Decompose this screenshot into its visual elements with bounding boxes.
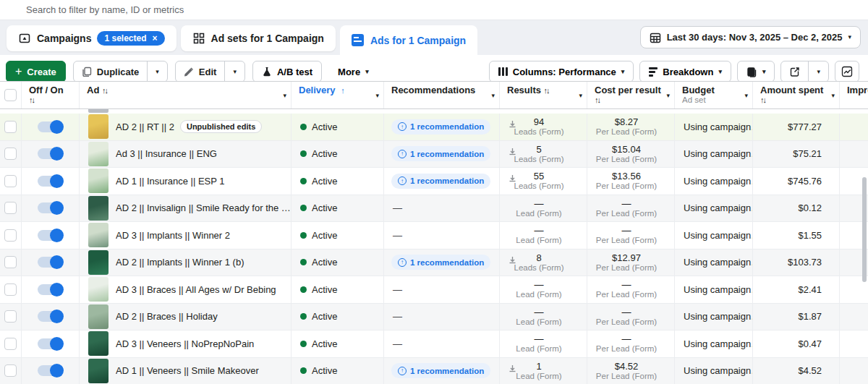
create-button[interactable]: + Create — [6, 61, 66, 82]
ad-name[interactable]: AD 2 || Braces || Holiday — [116, 311, 218, 322]
ad-cell[interactable]: AD 2 || Invisalign || Smile Ready for th… — [80, 195, 292, 222]
edit-button[interactable]: Edit — [176, 61, 225, 82]
row-checkbox[interactable] — [4, 283, 17, 296]
recommendation-pill[interactable]: ↑ 1 recommendation — [391, 363, 490, 378]
edit-menu-button[interactable]: ▾ — [224, 61, 244, 82]
tab-campaigns[interactable]: Campaigns 1 selected × — [7, 25, 176, 51]
recommendation-pill[interactable]: ↑ 1 recommendation — [391, 119, 490, 135]
header-recommendations[interactable]: Recommendations ▾ — [384, 82, 500, 108]
header-budget[interactable]: Budget Ad set ▾ — [675, 82, 753, 108]
off-on-toggle[interactable] — [38, 202, 63, 213]
header-ad[interactable]: Ad ↑↓ ▾ — [80, 82, 292, 108]
ad-name[interactable]: AD 1 || Insurance || ESP 1 — [116, 176, 225, 187]
ad-thumbnail[interactable] — [88, 223, 109, 247]
off-on-toggle[interactable] — [38, 338, 63, 349]
chevron-down-icon[interactable]: ▾ — [491, 92, 495, 99]
row-checkbox[interactable] — [4, 148, 17, 160]
row-checkbox[interactable] — [4, 121, 17, 133]
row-checkbox[interactable] — [4, 310, 17, 323]
tab-ad-sets[interactable]: Ad sets for 1 Campaign — [181, 25, 336, 51]
chevron-down-icon[interactable]: ▾ — [579, 92, 582, 99]
ad-thumbnail[interactable] — [88, 114, 109, 139]
row-checkbox[interactable] — [4, 256, 17, 268]
tab-ads[interactable]: Ads for 1 Campaign — [340, 25, 477, 55]
duplicate-menu-button[interactable]: ▾ — [147, 61, 167, 82]
ad-thumbnail[interactable] — [88, 196, 109, 221]
ad-cell[interactable]: AD 2 || Implants || Winner 1 (b) — [80, 249, 292, 276]
select-all-checkbox[interactable] — [4, 89, 17, 101]
header-results[interactable]: Results ↑↓ ▾ — [500, 82, 587, 108]
off-on-toggle[interactable] — [38, 230, 63, 241]
download-icon[interactable] — [509, 119, 516, 130]
charts-button[interactable] — [835, 61, 859, 82]
chevron-down-icon[interactable]: ▾ — [666, 92, 670, 99]
breakdown-button[interactable]: Breakdown ▾ — [639, 61, 731, 82]
ad-name[interactable]: AD 3 || Implants || Winner 2 — [116, 230, 230, 241]
header-delivery[interactable]: Delivery ↑ ▾ — [292, 82, 384, 108]
off-on-toggle[interactable] — [38, 284, 63, 295]
ad-thumbnail[interactable] — [88, 304, 109, 329]
recommendation-pill[interactable]: ↑ 1 recommendation — [391, 174, 490, 189]
columns-button[interactable]: Columns: Performance ▾ — [489, 61, 634, 82]
download-icon[interactable] — [509, 174, 516, 184]
chevron-down-icon[interactable]: ▾ — [831, 92, 835, 99]
off-on-toggle[interactable] — [38, 121, 63, 132]
reports-button[interactable]: ▾ — [737, 61, 775, 82]
ad-thumbnail[interactable] — [88, 359, 109, 383]
ad-thumbnail[interactable] — [88, 331, 109, 356]
ad-cell[interactable]: AD 3 || Implants || Winner 2 — [80, 222, 292, 249]
budget-value: Using campaign… — [675, 121, 753, 132]
ad-cell[interactable]: AD 1 || Insurance || ESP 1 — [80, 168, 292, 195]
download-icon[interactable] — [509, 255, 516, 266]
ad-name[interactable]: AD 2 || RT || 2 — [116, 121, 174, 132]
more-button[interactable]: More ▾ — [329, 61, 378, 82]
download-icon[interactable] — [509, 147, 516, 158]
amount-spent-value: $0.12 — [798, 202, 822, 213]
ad-cell[interactable]: AD 1 || Veneers || Smile Makeover — [80, 358, 292, 384]
header-cost-per-result[interactable]: Cost per result ↑↓ ▾ — [587, 82, 675, 108]
off-on-toggle[interactable] — [38, 257, 63, 268]
ad-cell[interactable]: AD 3 || Braces || All Ages w/ Dr Bebing — [80, 276, 292, 303]
row-checkbox[interactable] — [4, 364, 17, 377]
recommendation-pill[interactable]: ↑ 1 recommendation — [391, 146, 490, 161]
duplicate-button[interactable]: Duplicate — [74, 61, 148, 82]
row-checkbox[interactable] — [4, 202, 17, 214]
off-on-toggle[interactable] — [38, 176, 63, 187]
ad-thumbnail[interactable] — [88, 250, 109, 275]
ad-thumbnail[interactable] — [88, 142, 109, 166]
ad-name[interactable]: AD 2 || Implants || Winner 1 (b) — [116, 257, 244, 268]
chevron-down-icon[interactable]: ▾ — [375, 92, 379, 99]
recommendation-pill[interactable]: ↑ 1 recommendation — [391, 255, 490, 270]
ad-cell[interactable]: AD 3 || Veneers || NoPrepNoPain — [80, 330, 292, 357]
chevron-down-icon[interactable]: ▾ — [283, 92, 286, 99]
ad-cell[interactable]: AD 2 || RT || 2 Unpublished edits — [80, 114, 292, 140]
ab-test-button[interactable]: A/B test — [252, 61, 322, 82]
ad-name[interactable]: AD 1 || Veneers || Smile Makeover — [116, 365, 259, 376]
off-on-toggle[interactable] — [38, 365, 63, 376]
ad-cell[interactable]: AD 2 || Braces || Holiday — [80, 304, 292, 330]
ad-cell[interactable]: Ad 3 || Insurance || ENG — [80, 141, 292, 168]
header-amount-spent[interactable]: Amount spent ↑↓ ▾ — [753, 82, 840, 108]
clear-selection-icon[interactable]: × — [153, 34, 158, 43]
chevron-down-icon[interactable]: ▾ — [744, 92, 748, 99]
download-icon[interactable] — [509, 364, 516, 375]
ad-name[interactable]: Ad 3 || Insurance || ENG — [116, 148, 217, 159]
header-impressions[interactable]: Impressions — [840, 82, 868, 108]
row-checkbox[interactable] — [4, 229, 17, 242]
ad-name[interactable]: AD 3 || Veneers || NoPrepNoPain — [116, 338, 254, 349]
date-range-button[interactable]: Last 30 days: Nov 3, 2025 – Dec 2, 2025 … — [640, 26, 861, 48]
export-menu-button[interactable]: ▾ — [808, 61, 828, 82]
ad-thumbnail[interactable] — [88, 277, 109, 302]
search-input[interactable] — [0, 4, 868, 15]
ad-thumbnail[interactable] — [88, 168, 109, 193]
header-off-on[interactable]: Off / On ↑↓ — [22, 82, 80, 108]
off-on-toggle[interactable] — [38, 148, 63, 159]
edit-split-button: Edit ▾ — [175, 61, 245, 82]
vertical-scrollbar[interactable] — [862, 177, 867, 282]
ad-name[interactable]: AD 3 || Braces || All Ages w/ Dr Bebing — [116, 284, 276, 295]
export-button[interactable] — [781, 61, 808, 82]
row-checkbox[interactable] — [4, 175, 17, 187]
off-on-toggle[interactable] — [38, 311, 63, 322]
row-checkbox[interactable] — [4, 338, 17, 350]
ad-name[interactable]: AD 2 || Invisalign || Smile Ready for th… — [116, 202, 291, 213]
